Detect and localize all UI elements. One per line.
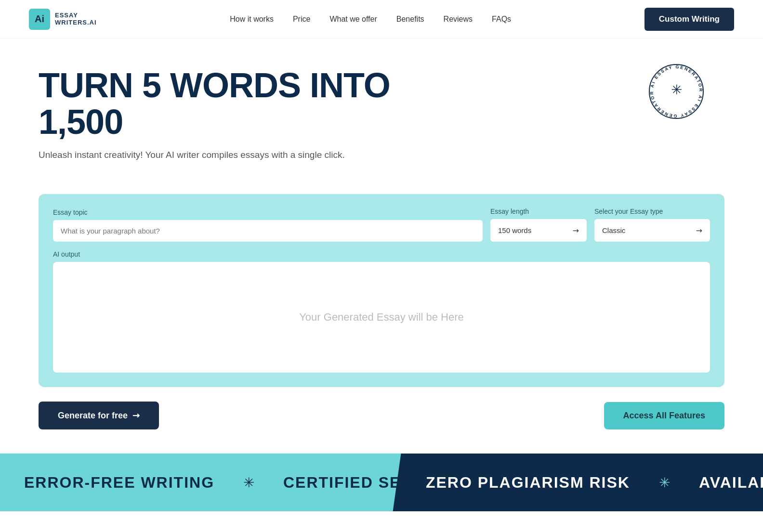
ai-output-label: AI output [53, 250, 710, 258]
banner-text-plagiarism: ZERO PLAGIARISM RISK [426, 474, 630, 492]
logo-essay: ESSAY [55, 12, 97, 19]
essay-length-select[interactable]: 150 words ↗ [490, 219, 587, 242]
nav-what-we-offer[interactable]: What we offer [329, 15, 377, 24]
essay-type-value: Classic [602, 226, 625, 234]
circular-badge: AI ESSAY GENERATOR • AI ESSAY GENERATOR … [647, 63, 705, 120]
logo-icon: Ai [29, 9, 50, 30]
custom-writing-button[interactable]: Custom Writing [645, 8, 734, 31]
nav-reviews[interactable]: Reviews [444, 15, 473, 24]
essay-length-arrow-icon: ↗ [570, 225, 581, 236]
essay-length-value: 150 words [498, 226, 531, 234]
svg-text:Ai: Ai [35, 13, 44, 24]
essay-type-group: Select your Essay type Classic ↗ [594, 208, 710, 242]
banner-dark: ZERO PLAGIARISM RISK ✳ AVAILABLE 24 [393, 454, 763, 511]
banner-text-error-free: ERROR-FREE WRITING [24, 474, 214, 492]
banner-teal: ERROR-FREE WRITING ✳ CERTIFIED SECURITY [0, 454, 423, 511]
essay-topic-input[interactable] [53, 220, 483, 242]
nav-links: How it works Price What we offer Benefit… [230, 15, 511, 24]
access-features-button[interactable]: Access All Features [604, 402, 724, 429]
banner-star-2: ✳ [659, 475, 670, 491]
navbar: Ai ESSAY WRITERS.AI How it works Price W… [0, 0, 763, 39]
logo-writers: WRITERS.AI [55, 19, 97, 26]
banner-text-available: AVAILABLE 24 [699, 474, 763, 492]
form-section: Essay topic Essay length 150 words ↗ Sel… [39, 194, 724, 387]
essay-type-label: Select your Essay type [594, 208, 710, 215]
generate-button-label: Generate for free [58, 411, 128, 421]
button-row: Generate for free ↗ Access All Features [39, 402, 724, 429]
generate-arrow-icon: ↗ [130, 409, 142, 422]
essay-topic-label: Essay topic [53, 208, 483, 216]
hero-subtitle: Unleash instant creativity! Your AI writ… [39, 150, 724, 160]
essay-length-group: Essay length 150 words ↗ [490, 208, 587, 242]
logo-text: ESSAY WRITERS.AI [55, 12, 97, 26]
essay-type-select[interactable]: Classic ↗ [594, 219, 710, 242]
essay-topic-group: Essay topic [53, 208, 483, 242]
svg-text:✳: ✳ [671, 82, 682, 97]
banner-star-1: ✳ [243, 475, 254, 491]
hero-title: TURN 5 WORDS INTO 1,500 [39, 67, 472, 140]
bottom-banner: ERROR-FREE WRITING ✳ CERTIFIED SECURITY … [0, 444, 763, 511]
essay-type-arrow-icon: ↗ [694, 225, 705, 236]
essay-length-label: Essay length [490, 208, 587, 215]
ai-output-placeholder: Your Generated Essay will be Here [299, 311, 464, 324]
nav-how-it-works[interactable]: How it works [230, 15, 274, 24]
ai-output-area: Your Generated Essay will be Here [53, 262, 710, 373]
logo[interactable]: Ai ESSAY WRITERS.AI [29, 9, 97, 30]
form-row: Essay topic Essay length 150 words ↗ Sel… [53, 208, 710, 242]
nav-benefits[interactable]: Benefits [396, 15, 424, 24]
hero-section: TURN 5 WORDS INTO 1,500 Unleash instant … [0, 39, 763, 180]
generate-button[interactable]: Generate for free ↗ [39, 402, 159, 429]
nav-faqs[interactable]: FAQs [492, 15, 511, 24]
nav-price[interactable]: Price [293, 15, 310, 24]
